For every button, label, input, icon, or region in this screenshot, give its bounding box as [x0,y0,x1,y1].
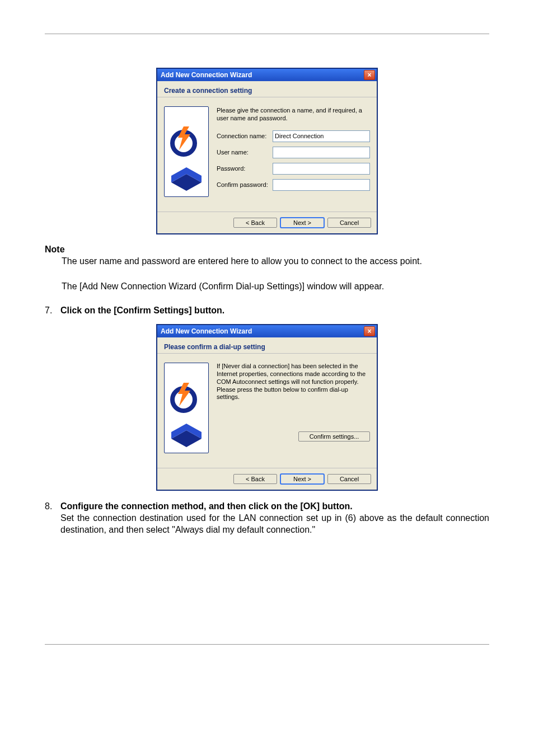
next-button[interactable]: Next > [280,474,324,484]
confirm-settings-button[interactable]: Confirm settings... [298,431,370,442]
close-icon[interactable]: × [364,326,375,336]
divider-bottom [45,644,489,645]
close-icon[interactable]: × [364,70,375,80]
cancel-button[interactable]: Cancel [327,474,371,484]
step-header: Create a connection setting [157,81,377,97]
step-7-number: 7. [45,305,60,317]
password-input[interactable] [273,163,370,175]
step-8: 8. Configure the connection method, and … [45,501,489,536]
titlebar: Add New Connection Wizard × [157,325,377,337]
user-name-input[interactable] [273,147,370,158]
next-button[interactable]: Next > [280,218,324,228]
step-header: Please confirm a dial-up setting [157,337,377,354]
note-text: The user name and password are entered h… [62,256,489,267]
confirm-password-input[interactable] [273,179,370,191]
step-8-rest: Set the connection destination used for … [60,513,489,534]
titlebar: Add New Connection Wizard × [157,69,377,81]
step-7-text: Click on the [Confirm Settings] button. [60,306,224,315]
label-confirm-password: Confirm password: [217,181,273,188]
step-8-bold: Configure the connection method, and the… [60,501,353,511]
back-button[interactable]: < Back [233,218,277,228]
back-button[interactable]: < Back [233,474,277,484]
dialup-body-text: If [Never dial a connection] has been se… [217,363,370,401]
wizard-image [164,106,209,197]
paragraph-wizard: The [Add New Connection Wizard (Confirm … [62,281,489,293]
label-user-name: User name: [217,149,273,156]
dialog-create-connection: Add New Connection Wizard × Create a con… [156,68,378,234]
dialog-confirm-dialup: Add New Connection Wizard × Please confi… [156,324,378,491]
step-7: 7. Click on the [Confirm Settings] butto… [45,305,489,317]
step-8-number: 8. [45,501,60,536]
label-password: Password: [217,165,273,172]
connection-name-input[interactable] [273,130,370,142]
wizard-image [164,363,209,453]
cancel-button[interactable]: Cancel [327,218,371,228]
dialog-title: Add New Connection Wizard [161,327,252,335]
divider-top [45,34,489,34]
intro-text: Please give the connection a name, and i… [217,106,370,123]
note-heading: Note [45,245,489,255]
label-connection-name: Connection name: [217,133,273,139]
dialog-title: Add New Connection Wizard [161,71,252,79]
